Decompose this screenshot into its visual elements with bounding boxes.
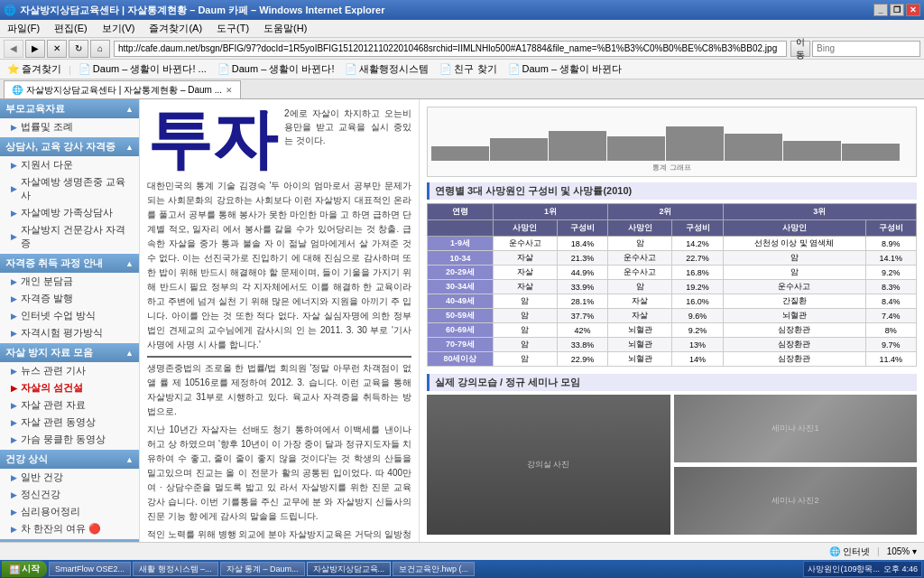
sidebar-header-0[interactable]: 부모교육자료 ▲ xyxy=(0,99,139,118)
menu-favorites[interactable]: 즐겨찾기(A) xyxy=(145,21,206,36)
favorites-bar: ⭐ 즐겨찾기 | 📄 Daum – 생활이 바뀐다! ... 📄 Daum – … xyxy=(0,60,924,79)
data-cell: 16.8% xyxy=(672,266,723,280)
tray-time: 오후 4:46 xyxy=(883,564,918,575)
data-cell: 간질환 xyxy=(723,294,865,309)
bullet-icon-16: ▶ xyxy=(11,508,17,517)
search-input[interactable] xyxy=(812,41,920,57)
menu-help[interactable]: 도움말(H) xyxy=(260,21,310,36)
minimize-button[interactable]: _ xyxy=(873,4,888,16)
age-cell: 80세이상 xyxy=(428,352,494,367)
data-cell: 운수사고 xyxy=(723,280,865,294)
data-cell: 뇌혈관 xyxy=(608,323,672,338)
taskbar-item-1[interactable]: 새활 행정시스템 –... xyxy=(133,562,218,576)
menu-edit[interactable]: 편집(E) xyxy=(51,21,91,36)
home-button[interactable]: ⌂ xyxy=(90,40,110,58)
taskbar-item-2[interactable]: 자살 통계 – Daum... xyxy=(220,562,305,576)
titlebar: 🌐 자살방지상담교육센타 | 자살통계현황 – Daum 카페 – Window… xyxy=(0,0,924,20)
sidebar-item-자살관련동영상[interactable]: ▶ 자살 관련 동영상 xyxy=(0,414,139,431)
chevron-icon-1: ▲ xyxy=(125,143,134,152)
sidebar-item-자살예방생명[interactable]: ▶ 자살예방 생명존중 교육사 xyxy=(0,173,139,204)
address-bar[interactable] xyxy=(114,41,787,57)
sidebar-header-5[interactable]: 상담, 교육사 특별회원 ▲ xyxy=(0,539,139,542)
data-cell: 9.7% xyxy=(865,338,916,352)
separator: | xyxy=(877,546,880,556)
sidebar-header-3[interactable]: 자살 방지 자료 모음 ▲ xyxy=(0,343,139,362)
tab-0[interactable]: 🌐 자살방지상담교육센타 | 자살통계현황 – Daum ... ✕ xyxy=(4,80,241,98)
sidebar-item-자살의섬건설[interactable]: ▶ 자살의 섬건설 xyxy=(0,379,139,396)
chevron-icon-3: ▲ xyxy=(125,349,134,358)
sidebar-header-4[interactable]: 건강 상식 ▲ xyxy=(0,450,139,469)
go-button[interactable]: 이동 xyxy=(790,41,810,57)
sidebar-item-심리용어[interactable]: ▶ 심리용어정리 xyxy=(0,503,139,520)
sidebar-item-법률및조례[interactable]: ▶ 법률및 조례 xyxy=(0,118,139,135)
data-cell: 암 xyxy=(608,280,672,294)
sidebar-item-자격시험[interactable]: ▶ 자격시험 평가방식 xyxy=(0,324,139,341)
close-button[interactable]: ✕ xyxy=(906,4,920,16)
menu-view[interactable]: 보기(V) xyxy=(98,21,139,36)
sidebar-item-인터넷수업[interactable]: ▶ 인터넷 수업 방식 xyxy=(0,307,139,324)
content-area: 투자 2에로 자살이 차지하고 오는비용만을 받고 교육을 실시 중있는 것이다… xyxy=(140,99,924,542)
zoom-arrow-icon: ▾ xyxy=(912,546,917,556)
data-cell: 21.3% xyxy=(557,251,607,266)
sidebar-section-2: 자격증 취득 과정 안내 ▲ ▶ 개인 분담금 ▶ 자격증 발행 ▶ 인터넷 수… xyxy=(0,254,139,341)
data-cell: 자살 xyxy=(493,266,557,280)
sidebar-item-자살방지[interactable]: ▶ 자살방지 건문강사 자격증 xyxy=(0,221,139,252)
bullet-icon-7: ▶ xyxy=(11,312,17,321)
stats-section-title: 연령별 3대 사망원인 구성비 및 사망률(2010) xyxy=(427,182,917,200)
data-cell: 9.2% xyxy=(672,323,723,338)
sidebar-item-자살관련자료[interactable]: ▶ 자살 관련 자료 xyxy=(0,396,139,414)
sidebar-item-자살예방가족[interactable]: ▶ 자살예방 가족상담사 xyxy=(0,204,139,221)
taskbar-item-4[interactable]: 보건교육안.hwp (... xyxy=(393,562,475,576)
globe-icon: 🌐 xyxy=(829,546,840,556)
zoom-control[interactable]: 105% ▾ xyxy=(887,546,917,556)
fav-item-5[interactable]: 📄 Daum – 생활이 바뀐다 xyxy=(504,61,626,77)
sidebar-item-뉴스관련[interactable]: ▶ 뉴스 관련 기사 xyxy=(0,362,139,379)
bullet-icon-1: ▶ xyxy=(11,161,17,170)
fav-item-4[interactable]: 📄 친구 찾기 xyxy=(436,61,500,77)
fav-item-2[interactable]: 📄 Daum – 생활이 바뀐다! xyxy=(214,61,338,77)
th-age: 연령 xyxy=(428,204,494,220)
fav-item-1[interactable]: 📄 Daum – 생활이 바뀐다! ... xyxy=(75,61,210,77)
th-rank2: 2위 xyxy=(608,204,723,220)
stop-button[interactable]: ✕ xyxy=(47,40,67,58)
back-button[interactable]: ◀ xyxy=(4,40,23,58)
sidebar-item-개인분담금[interactable]: ▶ 개인 분담금 xyxy=(0,273,139,290)
chevron-down-icon: ▲ xyxy=(125,105,134,114)
sidebar-item-지원서다운[interactable]: ▶ 지원서 다운 xyxy=(0,156,139,173)
data-cell: 18.4% xyxy=(557,237,607,251)
refresh-button[interactable]: ↻ xyxy=(69,40,88,58)
tab-close-0[interactable]: ✕ xyxy=(226,86,233,95)
sidebar-header-1[interactable]: 상담사, 교육 강사 자격증 ▲ xyxy=(0,137,139,156)
data-cell: 암 xyxy=(723,251,865,266)
data-cell: 암 xyxy=(493,323,557,338)
sidebar-item-차한잔[interactable]: ▶ 차 한잔의 여유 🔴 xyxy=(0,520,139,537)
system-tray: 사망원인(109항목... 오후 4:46 xyxy=(803,561,922,577)
restore-button[interactable]: ❐ xyxy=(890,4,904,16)
data-cell: 암 xyxy=(493,309,557,323)
data-cell: 8.3% xyxy=(865,280,916,294)
th-cause3: 사망인 xyxy=(723,220,865,237)
fav-item-0[interactable]: ⭐ 즐겨찾기 xyxy=(4,61,65,77)
bullet-icon-3: ▶ xyxy=(11,209,17,218)
menu-file[interactable]: 파일(F) xyxy=(4,21,43,36)
sidebar-header-2[interactable]: 자격증 취득 과정 안내 ▲ xyxy=(0,254,139,273)
th-rank1: 1위 xyxy=(493,204,607,220)
taskbar: 🪟 시작 SmartFlow OSE2... 새활 행정시스템 –... 자살 … xyxy=(0,560,924,578)
data-cell: 뇌혈관 xyxy=(608,338,672,352)
taskbar-item-0[interactable]: SmartFlow OSE2... xyxy=(49,562,131,576)
sidebar-item-자격증발행[interactable]: ▶ 자격증 발행 xyxy=(0,290,139,307)
menu-tools[interactable]: 도구(T) xyxy=(213,21,253,36)
article-left: 투자 2에로 자살이 차지하고 오는비용만을 받고 교육을 실시 중있는 것이다… xyxy=(140,99,420,542)
sidebar-item-가슴뭉클[interactable]: ▶ 가슴 뭉클한 동영상 xyxy=(0,431,139,448)
windows-icon: 🪟 xyxy=(9,564,20,574)
start-button[interactable]: 🪟 시작 xyxy=(2,561,47,577)
taskbar-item-3[interactable]: 자살방지상담교육... xyxy=(307,562,392,576)
sidebar-item-정신건강[interactable]: ▶ 정신건강 xyxy=(0,486,139,503)
divider-0 xyxy=(147,356,411,358)
th-cause2: 사망인 xyxy=(608,220,672,237)
fav-item-3[interactable]: 📄 새활행정시스템 xyxy=(341,61,432,77)
main-area: 부모교육자료 ▲ ▶ 법률및 조례 상담사, 교육 강사 자격증 ▲ ▶ 지원서… xyxy=(0,99,924,542)
forward-button[interactable]: ▶ xyxy=(25,40,45,58)
sidebar-item-일반건강[interactable]: ▶ 일반 건강 xyxy=(0,469,139,486)
article-paragraph-1: 대한민국의 통계 기술 김경숙 '두 아이의 엄마로서 공부만 문제가 되는 사… xyxy=(147,179,411,352)
